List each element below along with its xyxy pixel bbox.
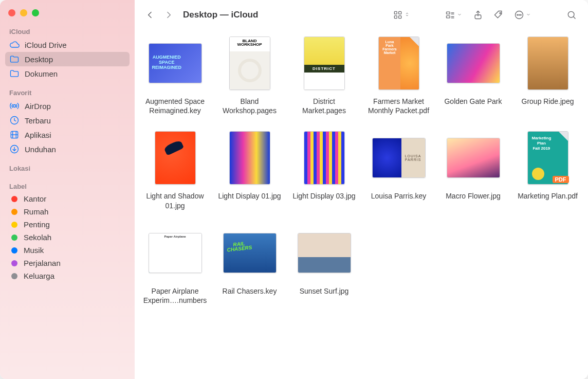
chevron-down-icon	[525, 10, 531, 20]
sidebar-item-kantor[interactable]: Kantor	[5, 192, 130, 205]
file-thumbnail: LOUISAPARRIS	[371, 130, 427, 186]
sidebar-item-aplikasi[interactable]: Aplikasi	[5, 128, 130, 142]
sidebar-item-musik[interactable]: Musik	[5, 244, 130, 257]
file-name: Group Ride.jpeg	[522, 97, 574, 106]
file-item[interactable]: Rail Chasers.key	[216, 225, 283, 305]
sidebar-item-airdrop[interactable]: AirDrop	[5, 99, 130, 113]
file-thumbnail: PDF	[520, 130, 576, 186]
sidebar-item-label: AirDrop	[25, 102, 51, 111]
clock-icon	[9, 115, 20, 125]
sidebar-item-label: Unduhan	[25, 145, 56, 154]
file-name: Golden Gate Park	[444, 97, 502, 106]
file-item[interactable]: Golden Gate Park	[440, 35, 506, 115]
share-button[interactable]	[470, 8, 486, 22]
file-thumbnail: BLANDWORKSHOP	[222, 35, 278, 92]
updown-icon	[404, 10, 410, 20]
view-icons-button[interactable]	[390, 8, 413, 22]
tag-dot-icon	[11, 234, 17, 241]
file-name: Light and Shadow 01.jpg	[142, 191, 208, 210]
window-title: Desktop — iCloud	[183, 10, 258, 20]
svg-rect-9	[399, 11, 401, 14]
file-item[interactable]: DISTRICTDistrict Market.pages	[291, 35, 357, 115]
sidebar-item-desktop[interactable]: Desktop	[5, 52, 130, 66]
file-item[interactable]: Light Display 01.jpg	[216, 130, 283, 210]
svg-rect-13	[447, 16, 450, 18]
file-item[interactable]: Augmented Space Reimagined.key	[142, 35, 208, 115]
file-item[interactable]: Sunset Surf.jpg	[291, 225, 357, 305]
sidebar-item-label: Sekolah	[24, 233, 51, 242]
sidebar-item-label: Terbaru	[25, 116, 51, 125]
finder-window: iCloud iCloud DriveDesktopDokumen Favori…	[0, 0, 588, 379]
sidebar-item-terbaru[interactable]: Terbaru	[5, 113, 130, 128]
file-thumbnail	[445, 130, 502, 186]
sidebar-item-label: Keluarga	[24, 272, 54, 280]
file-thumbnail	[222, 225, 278, 281]
file-item[interactable]: BLANDWORKSHOPBland Workshop.pages	[216, 35, 283, 115]
sidebar-item-label: Perjalanan	[24, 259, 61, 267]
forward-button[interactable]	[161, 8, 176, 22]
file-thumbnail: Paper Airplane	[147, 225, 204, 281]
svg-line-25	[573, 16, 575, 19]
file-name: Farmers Market Monthly Packet.pdf	[365, 97, 432, 115]
file-item[interactable]: Paper AirplanePaper Airplane Experim….nu…	[142, 225, 208, 305]
file-name: Marketing Plan.pdf	[518, 191, 578, 201]
svg-point-24	[568, 11, 574, 17]
download-icon	[9, 144, 20, 154]
file-name: Light Display 01.jpg	[218, 191, 281, 201]
sidebar-item-label: iCloud Drive	[25, 41, 67, 49]
file-grid-area: Augmented Space Reimagined.keyBLANDWORKS…	[135, 30, 588, 379]
sidebar-item-rumah[interactable]: Rumah	[5, 205, 130, 218]
cloud-icon	[9, 40, 20, 50]
back-button[interactable]	[143, 8, 157, 22]
more-button[interactable]	[511, 8, 535, 22]
folder-icon	[9, 68, 20, 79]
close-button[interactable]	[8, 9, 15, 16]
file-thumbnail	[445, 35, 502, 92]
fullscreen-button[interactable]	[32, 9, 39, 16]
tag-dot-icon	[11, 209, 17, 215]
file-item[interactable]: LOUISAPARRISLouisa Parris.key	[365, 130, 432, 210]
sidebar-item-unduhan[interactable]: Unduhan	[5, 142, 130, 156]
sidebar-item-label: Rumah	[24, 207, 48, 216]
file-item[interactable]: Light Display 03.jpg	[291, 130, 357, 210]
main-panel: Desktop — iCloud	[135, 0, 588, 379]
svg-rect-10	[394, 16, 397, 19]
svg-point-22	[519, 14, 520, 15]
sidebar-item-icloud-drive[interactable]: iCloud Drive	[5, 38, 130, 52]
sidebar-item-penting[interactable]: Penting	[5, 218, 130, 231]
search-button[interactable]	[563, 8, 580, 22]
file-thumbnail	[296, 130, 353, 186]
sidebar-item-dokumen[interactable]: Dokumen	[5, 66, 130, 81]
svg-point-23	[521, 14, 522, 15]
file-item[interactable]: Group Ride.jpeg	[514, 35, 581, 115]
tag-dot-icon	[11, 222, 17, 228]
file-item[interactable]: Light and Shadow 01.jpg	[142, 130, 208, 210]
sidebar-item-sekolah[interactable]: Sekolah	[5, 231, 130, 244]
file-thumbnail	[296, 225, 353, 281]
svg-rect-12	[447, 12, 450, 14]
minimize-button[interactable]	[20, 9, 27, 16]
tag-dot-icon	[11, 196, 17, 202]
group-button[interactable]	[442, 8, 466, 22]
toolbar: Desktop — iCloud	[135, 0, 588, 30]
apps-icon	[9, 130, 20, 140]
file-name: Sunset Surf.jpg	[300, 286, 349, 296]
file-thumbnail	[520, 35, 576, 92]
file-name: Rail Chasers.key	[223, 286, 277, 296]
sidebar-item-perjalanan[interactable]: Perjalanan	[5, 257, 130, 269]
file-thumbnail: Luna ParkFarmers Market	[371, 35, 427, 92]
file-item[interactable]: PDFMarketing Plan.pdf	[514, 130, 581, 210]
folder-icon	[9, 54, 20, 64]
file-name: Paper Airplane Experim….numbers	[142, 286, 208, 305]
sidebar-section-label: Label	[5, 181, 130, 192]
window-controls	[5, 6, 130, 26]
pdf-badge: PDF	[553, 176, 569, 183]
sidebar-item-keluarga[interactable]: Keluarga	[5, 269, 130, 282]
tag-dot-icon	[11, 247, 17, 254]
file-item[interactable]: Macro Flower.jpg	[440, 130, 506, 210]
file-item[interactable]: Luna ParkFarmers MarketFarmers Market Mo…	[365, 35, 432, 115]
tags-button[interactable]	[490, 8, 507, 22]
file-name: Louisa Parris.key	[371, 191, 426, 201]
sidebar-section-lokasi: Lokasi	[5, 163, 130, 174]
sidebar: iCloud iCloud DriveDesktopDokumen Favori…	[0, 0, 135, 379]
